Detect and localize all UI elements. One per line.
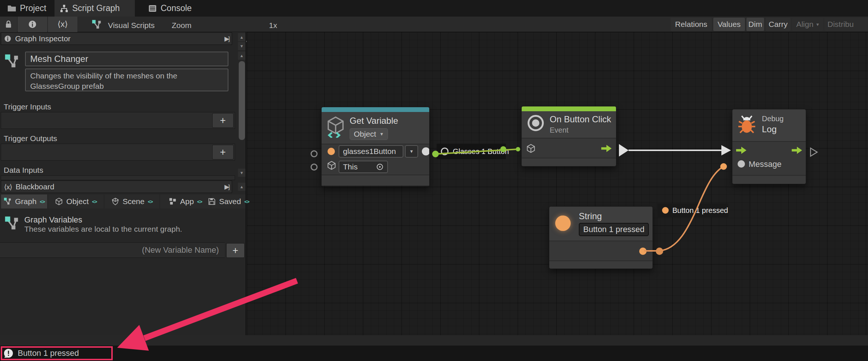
flow-out-port[interactable] xyxy=(792,147,802,154)
status-bar[interactable]: Button 1 pressed xyxy=(0,346,868,361)
code-icon: ⟨x⟩ xyxy=(57,20,68,29)
node-string-literal[interactable]: String Button 1 pressed xyxy=(549,206,653,269)
vs-mark: <> xyxy=(40,199,45,204)
wire-value-label-glasses: Glasses 1 Button xyxy=(437,144,506,159)
object-picker-icon[interactable] xyxy=(376,163,384,171)
chevron-down-icon: ▾ xyxy=(816,21,819,27)
zoom-label: Zoom xyxy=(172,21,192,30)
vs-mark: <> xyxy=(197,199,202,204)
variable-name-field[interactable]: glasses1Button xyxy=(339,145,403,158)
trigger-inputs-list xyxy=(1,112,235,129)
graph-description-field[interactable]: Changes the visibility of the meshes on … xyxy=(25,69,228,91)
values-toggle[interactable]: Values xyxy=(713,18,745,31)
button-icon xyxy=(528,115,544,131)
window-tab-bar: Project Script Graph Console xyxy=(0,0,868,17)
unity-visual-scripting-window: Project Script Graph Console xyxy=(0,0,868,361)
scrollbar-thumb[interactable] xyxy=(239,61,245,140)
new-variable-input[interactable]: (New Variable Name) xyxy=(0,242,225,258)
blackboard-header[interactable]: ⟨x⟩ Blackboard ▶] xyxy=(1,180,232,193)
scene-icon xyxy=(111,197,119,206)
string-value-field[interactable]: Button 1 pressed xyxy=(579,223,649,236)
flow-in-port[interactable] xyxy=(736,147,746,154)
node-debug-log[interactable]: Debug Log Message xyxy=(732,109,806,184)
lock-button[interactable] xyxy=(0,17,17,32)
flow-out-port[interactable] xyxy=(601,145,612,152)
bug-icon xyxy=(738,115,756,134)
tab-console[interactable]: Console xyxy=(143,0,197,17)
unconnected-port[interactable] xyxy=(311,164,318,171)
graph-variables-icon xyxy=(4,216,20,231)
scroll-down-button[interactable]: ▼ xyxy=(238,42,245,50)
vs-mark: <> xyxy=(92,199,97,204)
distribute-dropdown[interactable]: Distribu xyxy=(825,18,868,31)
unconnected-flow-arrow[interactable] xyxy=(810,147,818,157)
tab-label: Console xyxy=(161,3,192,13)
dock-icon[interactable]: ▶] xyxy=(224,35,229,43)
dim-toggle[interactable]: Dim xyxy=(746,18,764,31)
tab-script-graph[interactable]: Script Graph xyxy=(55,0,135,17)
visual-scripts-icon xyxy=(91,20,102,30)
graph-name-field[interactable]: Mesh Changer xyxy=(25,52,228,66)
object-value-icon xyxy=(440,147,449,156)
graph-inspector-header[interactable]: Graph Inspector ▶] xyxy=(1,32,232,45)
source-object-field[interactable]: This xyxy=(339,161,388,173)
node-color-bar xyxy=(522,106,616,111)
blackboard-tab-saved[interactable]: Saved<> xyxy=(211,194,245,208)
info-icon xyxy=(4,35,11,42)
node-category: Debug xyxy=(762,115,784,123)
variable-name-dropdown[interactable]: ▼ xyxy=(405,145,418,158)
node-color-bar xyxy=(322,107,429,112)
scroll-down-button[interactable]: ▼ xyxy=(238,169,245,177)
node-on-button-click[interactable]: On Button Click Event xyxy=(521,106,616,167)
scroll-up-button[interactable]: ▲ xyxy=(238,183,245,191)
tab-project[interactable]: Project xyxy=(2,0,52,17)
port-label: Message xyxy=(749,160,781,169)
scroll-up-button[interactable]: ▲ xyxy=(238,52,245,60)
section-trigger-outputs: Trigger Outputs xyxy=(4,134,57,143)
console-icon xyxy=(148,4,157,13)
section-data-inputs: Data Inputs xyxy=(4,166,43,175)
lock-icon xyxy=(5,20,12,28)
add-trigger-input-button[interactable]: + xyxy=(212,113,234,128)
variable-scope-dropdown[interactable]: Object ▼ xyxy=(350,128,388,140)
canvas-bottom-strip xyxy=(0,335,868,346)
blackboard-tab-app[interactable]: App<> xyxy=(160,194,210,208)
chevron-down-icon: ▼ xyxy=(379,132,384,137)
graph-toolbar: ⟨x⟩ Visual Scripts Zoom 1x Relations Val… xyxy=(0,17,868,32)
panel-title: Blackboard xyxy=(15,182,54,191)
info-button[interactable] xyxy=(18,17,47,32)
graph-variables-subheading: These variables are local to the current… xyxy=(24,225,182,234)
node-footer xyxy=(549,260,652,269)
unconnected-port[interactable] xyxy=(311,150,318,157)
vs-mark: <> xyxy=(244,199,249,204)
wire-value-label-pressed: Button 1 pressed xyxy=(658,203,728,217)
add-trigger-output-button[interactable]: + xyxy=(212,145,234,160)
dock-icon[interactable]: ▶] xyxy=(224,183,229,191)
align-dropdown[interactable]: Align ▾ xyxy=(792,18,823,31)
code-view-button[interactable]: ⟨x⟩ xyxy=(48,17,77,32)
add-variable-button[interactable]: + xyxy=(226,243,245,258)
scroll-up-button[interactable]: ▲ xyxy=(238,33,245,41)
visual-scripts-label: Visual Scripts xyxy=(108,21,155,30)
value-output-port[interactable] xyxy=(422,147,430,155)
blackboard-tab-scene[interactable]: Scene<> xyxy=(105,194,159,208)
node-footer xyxy=(522,158,616,166)
variable-name-port[interactable] xyxy=(328,148,335,155)
tab-label: Script Graph xyxy=(72,3,120,13)
message-input-port[interactable] xyxy=(738,160,745,168)
floppy-icon xyxy=(208,197,216,206)
gameobject-cube-icon xyxy=(327,161,336,170)
chevron-down-icon: ▼ xyxy=(409,149,414,154)
string-value-icon xyxy=(662,207,669,214)
relations-toggle[interactable]: Relations xyxy=(671,18,712,31)
carry-toggle[interactable]: Carry xyxy=(766,18,791,31)
annotation-highlight-box xyxy=(1,346,113,360)
string-output-port[interactable] xyxy=(639,248,647,255)
variable-cube-icon xyxy=(326,116,345,138)
gameobject-cube-icon xyxy=(526,144,536,153)
info-icon xyxy=(28,20,37,29)
blackboard-tab-object[interactable]: Object<> xyxy=(48,194,104,208)
data-inputs-list xyxy=(1,175,235,180)
node-get-variable[interactable]: Get Variable Object ▼ glasses1Button ▼ T… xyxy=(321,107,430,187)
blackboard-tab-graph[interactable]: Graph<> xyxy=(1,194,47,208)
